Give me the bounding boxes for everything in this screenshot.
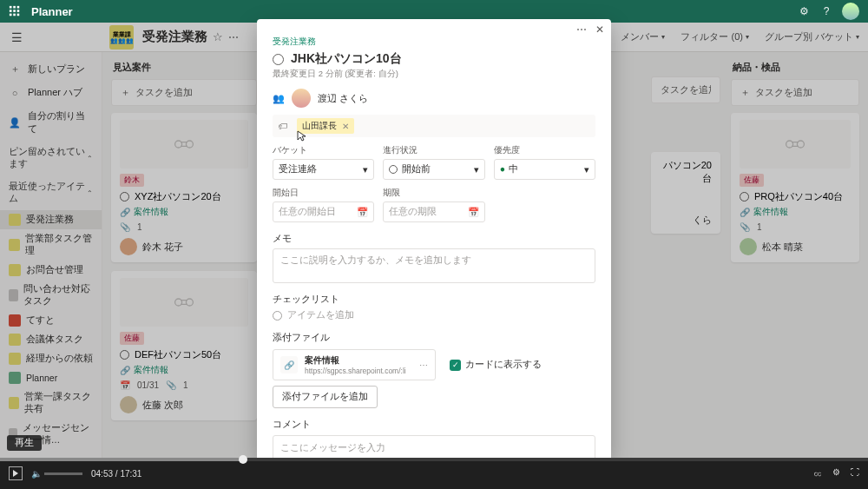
svg-rect-2	[17, 6, 20, 9]
svg-rect-0	[10, 6, 12, 9]
chevron-down-icon: ▾	[474, 164, 479, 175]
progress-label: 進行状況	[383, 144, 484, 156]
complete-radio[interactable]	[273, 54, 284, 65]
checklist-add[interactable]: アイテムを追加	[273, 309, 595, 321]
seek-knob[interactable]	[239, 455, 247, 464]
settings-icon[interactable]: ⚙	[795, 5, 812, 17]
show-on-card-checkbox[interactable]: ✓ カードに表示する	[450, 359, 542, 371]
seek-progress	[0, 458, 243, 461]
priority-select[interactable]: ●中▾	[494, 159, 595, 180]
volume-slider[interactable]	[44, 472, 82, 475]
assign-row[interactable]: 👥 渡辺 さくら	[273, 89, 595, 108]
notes-input[interactable]: ここに説明を入力するか、メモを追加します	[273, 248, 595, 283]
waffle-icon[interactable]	[9, 5, 21, 17]
tag-icon: 🏷	[278, 121, 290, 131]
breadcrumb[interactable]: 受発注業務	[273, 36, 595, 48]
assignee-name: 渡辺 さくら	[318, 92, 368, 105]
svg-rect-7	[13, 14, 16, 17]
last-modified: 最終変更日 2 分前 (変更者: 自分)	[273, 69, 595, 80]
calendar-icon: 📅	[357, 207, 368, 218]
attachment-card[interactable]: 🔗 案件情報 https://sgpcs.sharepoint.com/:li …	[273, 349, 436, 380]
volume-icon: 🔈	[31, 469, 42, 479]
comment-label: コメント	[273, 419, 595, 431]
task-title-row: JHK社パソコン10台	[273, 51, 595, 67]
bucket-select[interactable]: 受注連絡▾	[273, 159, 374, 180]
captions-icon[interactable]: ㏄	[813, 467, 822, 479]
start-date-label: 開始日	[273, 187, 374, 199]
assign-icon: 👥	[273, 93, 285, 104]
volume-control[interactable]: 🔈	[31, 469, 82, 479]
calendar-icon: 📅	[468, 207, 479, 218]
attachment-more-icon[interactable]: ⋯	[419, 360, 428, 370]
close-icon[interactable]: ✕	[595, 23, 604, 36]
app-title: Planner	[31, 5, 73, 18]
remove-chip-icon[interactable]: ✕	[342, 122, 349, 131]
video-controls: 🔈 04:53 / 17:31 ㏄ ⚙ ⛶	[0, 458, 868, 489]
notes-label: メモ	[273, 233, 595, 245]
chevron-down-icon: ▾	[584, 164, 589, 175]
chevron-down-icon: ▾	[363, 164, 368, 175]
svg-rect-8	[17, 14, 20, 17]
svg-rect-1	[13, 6, 16, 9]
link-icon: 🔗	[280, 356, 298, 373]
help-icon[interactable]: ?	[818, 5, 835, 17]
due-date-label: 期限	[383, 187, 484, 199]
task-detail-modal: ⋯ ✕ 受発注業務 JHK社パソコン10台 最終変更日 2 分前 (変更者: 自…	[257, 19, 611, 458]
svg-rect-4	[13, 10, 16, 12]
comment-input[interactable]: ここにメッセージを入力	[273, 435, 595, 458]
svg-rect-3	[10, 10, 12, 12]
radio-icon	[273, 311, 282, 320]
checkbox-checked-icon: ✓	[450, 360, 461, 371]
task-title[interactable]: JHK社パソコン10台	[291, 51, 402, 67]
add-attachment-button[interactable]: 添付ファイルを追加	[273, 386, 378, 408]
seek-track[interactable]	[0, 458, 868, 461]
start-date-input[interactable]: 任意の開始日📅	[273, 202, 374, 222]
bucket-label: バケット	[273, 144, 374, 156]
settings-icon[interactable]: ⚙	[832, 467, 840, 479]
fullscreen-icon[interactable]: ⛶	[851, 467, 859, 479]
due-date-input[interactable]: 任意の期限📅	[383, 202, 484, 222]
play-button[interactable]	[9, 466, 23, 480]
modal-more-icon[interactable]: ⋯	[576, 23, 587, 36]
cursor-icon	[297, 130, 307, 142]
avatar	[292, 89, 311, 108]
svg-rect-5	[17, 10, 20, 12]
attach-label: 添付ファイル	[273, 332, 595, 344]
video-time: 04:53 / 17:31	[91, 469, 141, 479]
progress-select[interactable]: 開始前▾	[383, 159, 484, 180]
play-tooltip: 再生	[7, 435, 42, 451]
svg-rect-6	[10, 14, 12, 17]
attachment-name: 案件情報	[305, 354, 406, 367]
label-row[interactable]: 🏷 山田課長 ✕	[273, 115, 595, 137]
priority-label: 優先度	[494, 144, 595, 156]
modal-overlay: ⋯ ✕ 受発注業務 JHK社パソコン10台 最終変更日 2 分前 (変更者: 自…	[0, 23, 868, 458]
user-avatar[interactable]	[842, 3, 859, 20]
checklist-label: チェックリスト	[273, 294, 595, 306]
attachment-url: https://sgpcs.sharepoint.com/:li	[305, 367, 406, 375]
